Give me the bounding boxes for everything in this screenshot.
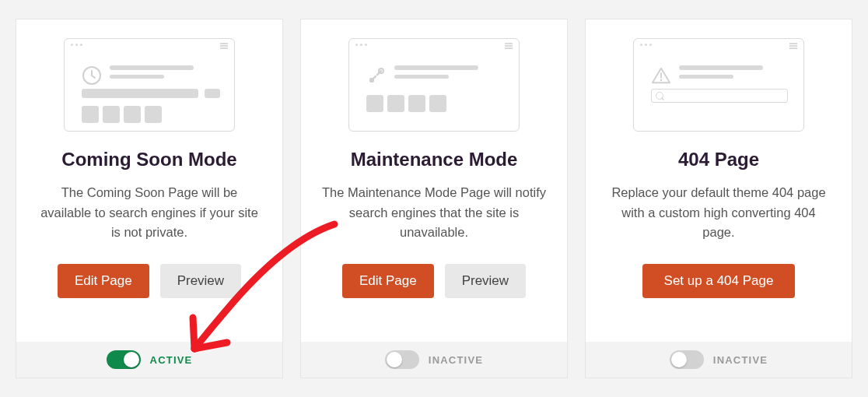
card-footer: ACTIVE [16, 342, 282, 378]
toggle-label: ACTIVE [150, 354, 193, 366]
preview-button[interactable]: Preview [445, 264, 526, 298]
preview-illustration [633, 38, 804, 132]
card-footer: INACTIVE [301, 342, 567, 378]
card-description: Replace your default theme 404 page with… [604, 183, 833, 245]
active-toggle[interactable] [107, 350, 141, 369]
preview-button[interactable]: Preview [160, 264, 241, 298]
card-title: Coming Soon Mode [61, 149, 236, 170]
card-title: Maintenance Mode [351, 149, 518, 170]
active-toggle[interactable] [670, 350, 704, 369]
card-coming-soon: Coming Soon Mode The Coming Soon Page wi… [16, 19, 283, 378]
setup-404-button[interactable]: Set up a 404 Page [642, 264, 796, 298]
card-body: Coming Soon Mode The Coming Soon Page wi… [16, 19, 282, 342]
button-row: Edit Page Preview [342, 264, 526, 298]
card-body: 404 Page Replace your default theme 404 … [586, 19, 852, 342]
preview-illustration [64, 38, 235, 132]
preview-illustration [348, 38, 520, 132]
button-row: Edit Page Preview [58, 264, 241, 298]
card-title: 404 Page [678, 149, 759, 170]
svg-point-4 [660, 79, 662, 81]
search-icon [651, 89, 788, 103]
clock-icon [82, 65, 102, 86]
warning-icon [651, 65, 671, 86]
card-footer: INACTIVE [586, 342, 852, 378]
active-toggle[interactable] [385, 350, 419, 369]
toggle-label: INACTIVE [713, 354, 768, 366]
tools-icon [366, 65, 387, 86]
button-row: Set up a 404 Page [642, 264, 796, 298]
card-body: Maintenance Mode The Maintenance Mode Pa… [301, 19, 567, 342]
edit-page-button[interactable]: Edit Page [58, 264, 149, 298]
card-404: 404 Page Replace your default theme 404 … [585, 19, 852, 378]
card-description: The Coming Soon Page will be available t… [35, 183, 264, 245]
card-description: The Maintenance Mode Page will notify se… [320, 183, 548, 245]
edit-page-button[interactable]: Edit Page [342, 264, 434, 298]
card-maintenance: Maintenance Mode The Maintenance Mode Pa… [300, 19, 568, 378]
toggle-label: INACTIVE [429, 354, 483, 366]
